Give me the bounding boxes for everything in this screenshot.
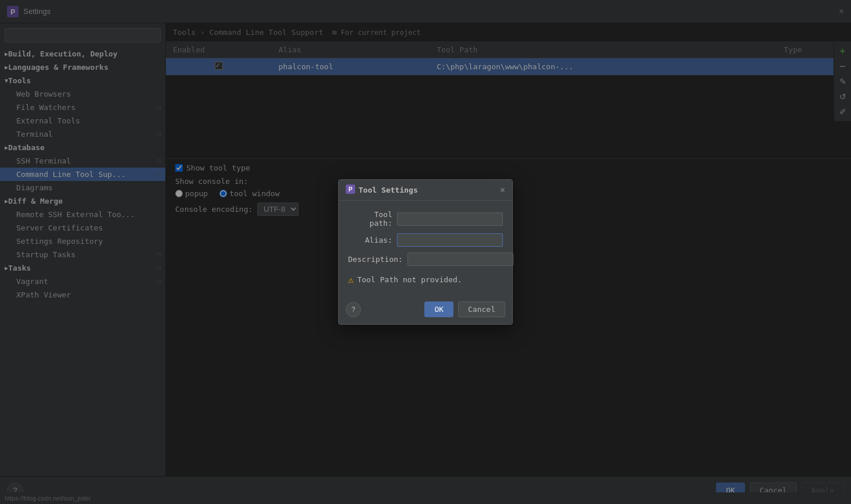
description-label: Description: [348, 255, 403, 264]
modal-help-button[interactable]: ? [346, 302, 361, 317]
modal-footer: ? OK Cancel [339, 297, 512, 324]
tool-path-row: Tool path: [348, 210, 503, 228]
description-input[interactable] [407, 253, 513, 266]
warning-icon: ⚠ [348, 274, 354, 285]
svg-text:P: P [349, 186, 353, 193]
alias-row: Alias: [348, 233, 503, 247]
tool-settings-modal: P Tool Settings × Tool path: Alias: Desc… [338, 179, 513, 325]
tool-path-input[interactable] [397, 212, 503, 226]
alias-input[interactable] [397, 233, 503, 247]
modal-title: Tool Settings [359, 186, 500, 194]
alias-label: Alias: [348, 236, 392, 244]
modal-header: P Tool Settings × [339, 180, 512, 201]
warning-text: Tool Path not provided. [357, 275, 462, 284]
modal-close-button[interactable]: × [500, 185, 505, 196]
modal-body: Tool path: Alias: Description: ⚠ Tool Pa… [339, 201, 512, 297]
modal-logo: P [346, 184, 355, 196]
warning-row: ⚠ Tool Path not provided. [348, 272, 503, 288]
modal-overlay: P Tool Settings × Tool path: Alias: Desc… [0, 0, 851, 504]
modal-ok-button[interactable]: OK [424, 301, 453, 317]
tool-path-label: Tool path: [348, 210, 392, 228]
modal-cancel-button[interactable]: Cancel [458, 301, 505, 317]
description-row: Description: [348, 253, 503, 266]
